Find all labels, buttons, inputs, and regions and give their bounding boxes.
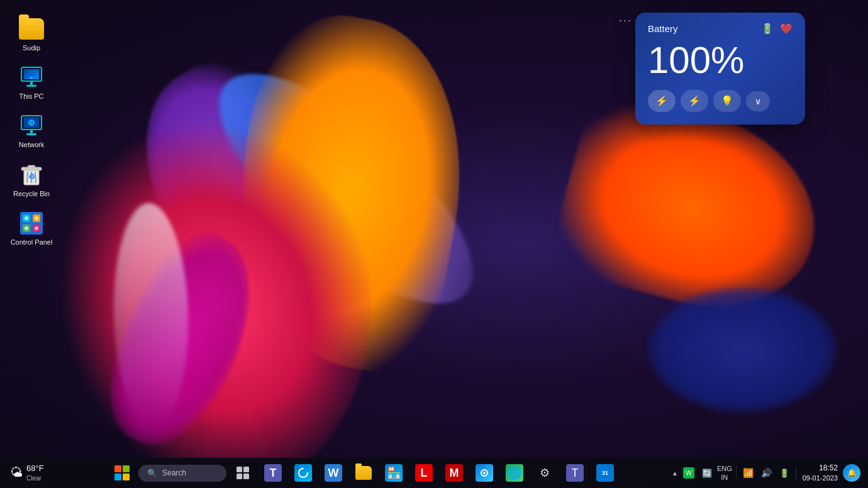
taskbar-app-store[interactable]: 🏪 [380, 459, 408, 487]
svg-point-26 [35, 216, 38, 220]
battery-expand-btn[interactable]: ∨ [746, 91, 770, 111]
taskbar-app-word[interactable]: W [320, 459, 347, 487]
taskbar-app-mcafee[interactable]: M [440, 459, 468, 487]
svg-rect-15 [28, 165, 35, 168]
cortana-icon [476, 464, 493, 482]
desktop-icon-thispc[interactable]: This PC [6, 61, 57, 104]
tray-separator [736, 467, 737, 479]
taskbar-center: 🔍 Search T [55, 459, 672, 487]
desktop-icons: Sudip [0, 6, 63, 257]
fileexplorer-icon [355, 464, 372, 482]
tray-date: 09-01-2023 [803, 474, 838, 483]
battery-boost-btn[interactable]: ⚡ [681, 90, 708, 112]
windows-logo [114, 465, 130, 480]
widget-share-icon[interactable]: 🔋 [761, 23, 774, 35]
folder-icon [19, 18, 44, 40]
tray-wifi-icon[interactable]: 📶 [740, 467, 756, 479]
svg-rect-4 [26, 85, 36, 87]
widget-title: Battery [648, 23, 678, 34]
tray-clock[interactable]: 18:52 09-01-2023 [800, 463, 840, 483]
start-button[interactable] [108, 459, 136, 487]
svg-rect-11 [30, 130, 33, 133]
taskbar-app-browser2[interactable]: 🌐 [501, 459, 528, 487]
battery-controls: ⚡ ⚡ 💡 ∨ [648, 90, 793, 112]
network-icon [19, 114, 44, 137]
desktop-icon-sudip[interactable]: Sudip [6, 13, 57, 56]
svg-rect-29 [236, 467, 242, 472]
edge-icon [294, 464, 312, 482]
tray-wechat-icon[interactable]: W [681, 466, 697, 480]
tray-overflow-button[interactable]: ▲ [672, 470, 678, 477]
battery-light-btn[interactable]: 💡 [713, 90, 741, 112]
teams2-icon: T [566, 464, 584, 482]
desktop-icon-network[interactable]: Network [6, 109, 57, 153]
teams-icon: T [264, 464, 282, 482]
taskview-icon [234, 464, 252, 482]
word-icon: W [325, 464, 342, 482]
svg-point-27 [25, 226, 28, 230]
svg-point-28 [35, 226, 38, 230]
svg-rect-30 [243, 467, 249, 472]
tray-time: 18:52 [819, 463, 838, 474]
desktop-icon-controlpanel[interactable]: Control Panel [6, 207, 57, 250]
store-icon: 🏪 [385, 464, 403, 482]
svg-line-18 [35, 172, 36, 182]
tray-lang-line1: ENG [717, 464, 732, 473]
svg-rect-12 [26, 133, 36, 135]
settings-icon: ⚙ [536, 464, 554, 482]
recycle-icon: ♻ [20, 162, 43, 187]
taskbar-app-edge[interactable] [289, 459, 317, 487]
taskbar-app-cortana[interactable] [470, 459, 498, 487]
taskbar-app-fileexplorer[interactable] [350, 459, 377, 487]
svg-point-34 [483, 472, 486, 474]
taskbar-app-teams[interactable]: T [259, 459, 287, 487]
battery-widget: Battery 🔋 ❤️ 100% ⚡ ⚡ 💡 ∨ [635, 13, 805, 125]
search-icon: 🔍 [147, 469, 157, 478]
taskbar-app-outlook[interactable]: 31 [591, 459, 619, 487]
desktop-icon-recycle[interactable]: ♻ Recycle Bin [6, 158, 57, 202]
taskbar: 🌤 68°F Clear 🔍 Search [0, 458, 868, 488]
search-label: Search [162, 469, 186, 477]
lenovo-icon: L [415, 464, 433, 482]
weather-desc: Clear [26, 474, 44, 482]
battery-percentage: 100% [648, 40, 793, 81]
controlpanel-icon [19, 211, 44, 236]
tray-sync-icon[interactable]: 🔄 [699, 467, 715, 479]
taskbar-app-lenovo[interactable]: L [410, 459, 438, 487]
svg-text:♻: ♻ [28, 172, 35, 181]
taskbar-search[interactable]: 🔍 Search [138, 465, 226, 482]
svg-rect-31 [236, 474, 242, 479]
more-options-button[interactable]: ··· [619, 14, 632, 27]
win-logo-yellow [123, 474, 130, 480]
icon-label-sudip: Sudip [23, 44, 40, 52]
desktop: Sudip [0, 0, 868, 488]
taskbar-app-settings[interactable]: ⚙ [531, 459, 559, 487]
icon-label-network: Network [19, 141, 44, 149]
thispc-icon [19, 66, 44, 89]
taskbar-app-teams2[interactable]: T [561, 459, 589, 487]
notification-button[interactable]: 🔔 [843, 464, 860, 482]
taskbar-app-taskview[interactable] [229, 459, 257, 487]
widget-header: Battery 🔋 ❤️ [648, 23, 793, 35]
svg-rect-32 [243, 474, 249, 479]
tray-lang-line2: IN [717, 473, 732, 482]
tray-separator-2 [796, 467, 796, 479]
notification-icon: 🔔 [847, 469, 857, 477]
tray-battery-icon[interactable]: 🔋 [777, 467, 792, 479]
widget-heart-icon[interactable]: ❤️ [780, 23, 793, 35]
widget-header-icons: 🔋 ❤️ [761, 23, 793, 35]
battery-power-btn[interactable]: ⚡ [648, 90, 676, 112]
svg-rect-3 [30, 81, 33, 85]
tray-language[interactable]: ENG IN [717, 464, 732, 482]
icon-label-thispc: This PC [19, 92, 43, 101]
win-logo-red [114, 465, 121, 472]
system-tray: ▲ W 🔄 ENG IN 📶 🔊 🔋 18:52 [672, 463, 863, 483]
svg-point-5 [30, 77, 33, 79]
taskbar-weather[interactable]: 🌤 68°F Clear [5, 461, 55, 485]
wechat-icon: W [683, 467, 694, 479]
win-logo-green [123, 465, 130, 472]
tray-volume-icon[interactable]: 🔊 [759, 467, 774, 479]
mcafee-icon: M [445, 464, 463, 482]
win-logo-blue [114, 474, 121, 480]
weather-text: 68°F Clear [26, 463, 44, 482]
